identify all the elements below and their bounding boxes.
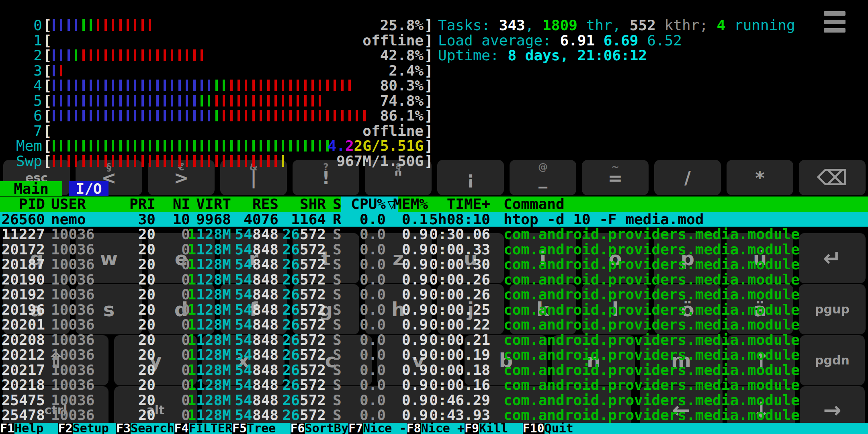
meter-bar <box>149 19 151 31</box>
process-row[interactable]: 20218100362001128M5484826572S0.00.90:00.… <box>0 377 868 393</box>
meter-bar <box>53 155 55 167</box>
process-row[interactable]: 20208100362001128M5484826572S0.00.90:00.… <box>0 332 868 348</box>
process-row[interactable]: 11227100362001128M5484826572S0.00.90:30.… <box>0 227 868 242</box>
hamburger-menu-icon[interactable] <box>824 11 845 33</box>
meter-bar <box>164 155 166 167</box>
cell-pid: 20190 <box>2 272 45 287</box>
fn-item-sortby[interactable]: F6SortBy <box>291 423 349 434</box>
column-header-user[interactable]: USER <box>51 197 86 212</box>
process-row[interactable]: 20217100362001128M5484826572S0.00.90:00.… <box>0 362 868 378</box>
cell-pid: 20192 <box>2 287 45 302</box>
cell-cmd: com.android.providers.media.module <box>504 302 800 317</box>
cell-time: 0:30.06 <box>429 227 490 242</box>
column-header-command[interactable]: Command <box>504 197 565 212</box>
meter-bar <box>186 95 188 106</box>
table-header-row: PIDUSERPRINIVIRTRESSHRSCPU%MEM%TIME+Comm… <box>0 197 868 212</box>
cell-pid: 20196 <box>2 302 45 317</box>
fn-item-nice-[interactable]: F8Nice + <box>407 423 465 434</box>
column-header-virt[interactable]: VIRT <box>196 197 231 212</box>
cell-s: S <box>333 302 342 317</box>
fn-item-setup[interactable]: F2Setup <box>58 423 117 434</box>
column-header-shr[interactable]: SHR <box>300 197 326 212</box>
htop-screen: esc<§>€|&!?"§¡_@=~/*⌫qwertzuiopü↵asdfghj… <box>0 0 868 434</box>
meter-bar <box>237 140 240 151</box>
cell-time: 5h08:10 <box>429 212 490 227</box>
column-header-mem[interactable]: MEM% <box>393 197 428 212</box>
fn-item-filter[interactable]: F4FILTER <box>174 423 233 434</box>
meter-bar <box>252 155 255 167</box>
meter-bar <box>156 155 159 167</box>
cell-cpu: 0.0 <box>360 272 386 287</box>
meter-bar <box>149 80 151 91</box>
tab-i-o[interactable]: I/O <box>69 181 108 196</box>
cell-shr: 26572 <box>283 242 326 257</box>
fn-key-f1: F1 <box>0 423 14 434</box>
fn-key-f6: F6 <box>291 423 305 434</box>
cell-pri: 20 <box>138 227 156 242</box>
cell-cmd: com.android.providers.media.module <box>504 317 800 332</box>
meter-bar <box>230 140 233 151</box>
meter-bar <box>141 49 144 61</box>
process-row[interactable]: 20190100362001128M5484826572S0.00.90:00.… <box>0 272 868 287</box>
cell-virt: 1128M <box>188 257 231 272</box>
meter-bar <box>119 140 122 151</box>
process-row[interactable]: 20196100362001128M5484826572S0.00.90:00.… <box>0 302 868 317</box>
cell-cmd: com.android.providers.media.module <box>504 362 800 378</box>
fn-item-search[interactable]: F3Search <box>116 423 174 434</box>
cell-user: 10036 <box>51 362 94 378</box>
fn-item-nice-[interactable]: F7Nice - <box>348 423 407 434</box>
process-row[interactable]: 20201100362001128M5484826572S0.00.90:00.… <box>0 317 868 332</box>
meter-bar <box>164 110 166 121</box>
process-row-selected[interactable]: 26560nemo3010996840761164R0.00.15h08:10h… <box>0 212 868 227</box>
meter-bar <box>223 110 225 121</box>
meter-bar <box>127 19 129 31</box>
cell-time: 0:00.18 <box>429 362 490 378</box>
meter-bar <box>75 140 77 151</box>
fn-item-tree[interactable]: F5Tree <box>232 423 291 434</box>
tab-main[interactable]: Main <box>0 181 62 196</box>
meter-bar <box>141 80 144 91</box>
column-header-time[interactable]: TIME+ <box>447 197 490 212</box>
column-header-pid[interactable]: PID <box>19 197 45 212</box>
meter-bar <box>104 49 107 61</box>
meter-bar <box>223 95 225 106</box>
meter-row-5: 5[74.8%] <box>0 93 868 108</box>
process-row[interactable]: 20212100362001128M5484826572S0.00.90:00.… <box>0 347 868 362</box>
meter-value: 74.8% <box>261 93 424 108</box>
meter-bar <box>97 80 99 91</box>
process-row[interactable]: 20192100362001128M5484826572S0.00.90:00.… <box>0 287 868 302</box>
cell-pri: 20 <box>138 332 156 348</box>
process-row[interactable]: 20187100362001128M5484826572S0.00.90:00.… <box>0 257 868 272</box>
meter-bar <box>82 19 85 31</box>
cell-user: 10036 <box>51 407 94 423</box>
column-header-pri[interactable]: PRI <box>129 197 156 212</box>
meter-bar <box>237 80 240 91</box>
cell-shr: 1164 <box>291 212 326 227</box>
process-row[interactable]: 25478100362001128M5484826572S0.00.90:43.… <box>0 407 868 423</box>
function-key-bar: F1Help F2Setup F3SearchF4FILTERF5Tree F6… <box>0 423 868 434</box>
column-header-ni[interactable]: NI <box>173 197 190 212</box>
cell-mem: 0.9 <box>402 362 428 378</box>
meter-bar <box>171 95 173 106</box>
fn-item-kill[interactable]: F9Kill <box>465 423 523 434</box>
meter-value: 42.8% <box>261 48 424 63</box>
meter-bracket-open: [ <box>43 154 52 169</box>
meter-bar <box>97 95 99 106</box>
fn-item-quit[interactable]: F10Quit <box>523 423 868 434</box>
column-header-state[interactable]: S <box>333 197 342 212</box>
cell-cmd: com.android.providers.media.module <box>504 393 800 408</box>
process-row[interactable]: 20172100362001128M5484826572S0.00.90:00.… <box>0 242 868 257</box>
column-header-cpu[interactable]: CPU% <box>351 197 386 212</box>
meter-bar <box>82 110 85 121</box>
cell-shr: 26572 <box>283 377 326 393</box>
meter-bracket-open: [ <box>43 33 52 48</box>
process-row[interactable]: 25475100362001128M5484826572S0.00.90:46.… <box>0 393 868 408</box>
meter-bar <box>104 80 107 91</box>
cell-s: S <box>333 407 342 423</box>
meter-bar <box>171 49 173 61</box>
fn-key-f10: F10 <box>523 423 545 434</box>
cell-cpu: 0.0 <box>360 377 386 393</box>
fn-item-help[interactable]: F1Help <box>0 423 58 434</box>
column-header-res[interactable]: RES <box>252 197 278 212</box>
cell-pid: 25478 <box>2 407 45 423</box>
